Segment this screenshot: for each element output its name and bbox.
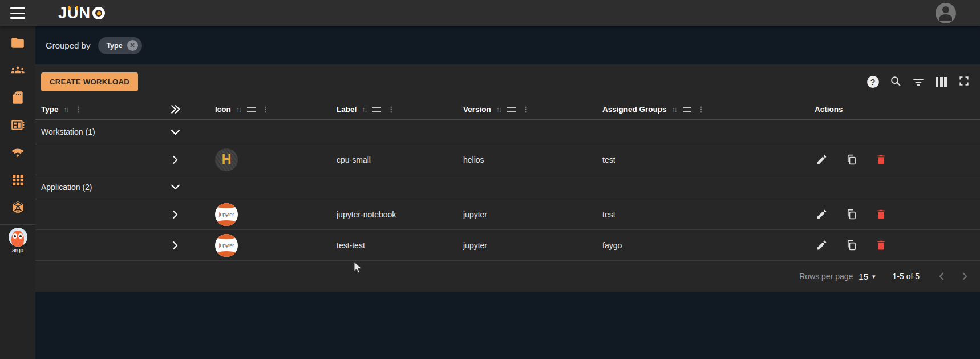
memory-card-icon [10, 118, 25, 135]
workload-version: jupyter [463, 241, 487, 250]
workload-assigned-groups: faygo [602, 241, 622, 250]
column-header-label[interactable]: Label [337, 105, 357, 114]
table-toolbar: CREATE WORKLOAD ? [35, 64, 980, 99]
sidebar-item-network[interactable] [0, 140, 35, 167]
sort-icon[interactable]: ↑↓ [496, 106, 501, 114]
copy-button[interactable] [844, 239, 858, 252]
folder-icon [10, 35, 25, 53]
sort-icon[interactable]: ↑↓ [672, 106, 677, 114]
column-menu-icon[interactable]: ⋮ [387, 105, 395, 114]
logo-letter: U [67, 5, 79, 22]
columns-button[interactable] [934, 75, 948, 89]
workload-label: cpu-small [337, 155, 371, 164]
search-icon [889, 75, 902, 90]
wifi-icon [10, 144, 26, 163]
user-avatar[interactable] [936, 3, 956, 23]
table-row-cpu-small: H cpu-small helios test [35, 144, 980, 175]
sort-icon[interactable]: ↑↓ [362, 106, 366, 114]
sort-icon[interactable]: ↑↓ [64, 106, 68, 114]
column-header-actions: Actions [815, 105, 843, 114]
sidebar-item-resources[interactable] [0, 112, 35, 140]
sidebar: argo [0, 26, 35, 359]
chip-close-icon[interactable]: ✕ [127, 40, 138, 51]
sidebar-item-argo[interactable]: argo [9, 228, 27, 253]
copy-button[interactable] [844, 153, 858, 167]
filter-button[interactable] [912, 75, 925, 89]
sim-card-icon [10, 90, 25, 107]
grouped-by-label: Grouped by [46, 41, 90, 50]
user-groups-icon [10, 62, 26, 80]
columns-icon [936, 77, 947, 87]
rows-per-page-select[interactable]: 15 ▾ [858, 272, 875, 281]
filter-icon [913, 79, 924, 86]
search-button[interactable] [889, 75, 902, 89]
group-name: Workstation (1) [35, 127, 95, 136]
table-header-row: Type ↑↓ ⋮ Icon ↑↓ ⋮ Label ↑↓ ⋮ [35, 99, 980, 120]
group-row-application: Application (2) [35, 175, 980, 199]
collapse-group-icon[interactable] [168, 180, 183, 195]
group-name: Application (2) [35, 183, 92, 192]
drag-handle-icon[interactable] [507, 107, 516, 112]
column-menu-icon[interactable]: ⋮ [75, 105, 82, 114]
column-header-assigned-groups[interactable]: Assigned Groups [602, 105, 667, 114]
column-menu-icon[interactable]: ⋮ [522, 105, 529, 114]
argo-label: argo [12, 247, 23, 253]
group-row-workstation: Workstation (1) [35, 120, 980, 144]
help-button[interactable]: ? [866, 75, 880, 89]
collapse-group-icon[interactable] [168, 124, 183, 139]
package-node-icon [10, 200, 26, 217]
column-header-version[interactable]: Version [463, 105, 491, 114]
table-row-test-test: jupyter test-test jupyter faygo [35, 230, 980, 261]
grouped-by-bar: Grouped by Type ✕ [35, 26, 980, 64]
column-header-icon[interactable]: Icon [215, 105, 231, 114]
help-icon: ? [867, 76, 879, 88]
sidebar-item-apps[interactable] [0, 167, 35, 195]
edit-button[interactable] [815, 208, 828, 221]
sidebar-item-images[interactable] [0, 85, 35, 112]
sidebar-item-groups[interactable] [0, 58, 35, 85]
delete-button[interactable] [874, 239, 888, 252]
logo-letter: J [58, 5, 67, 22]
table-row-jupyter-notebook: jupyter jupyter-notebook jupyter test [35, 199, 980, 230]
expand-row-icon[interactable] [168, 207, 183, 222]
expand-all-button[interactable] [168, 102, 183, 117]
create-workload-button[interactable]: CREATE WORKLOAD [41, 72, 138, 91]
menu-icon[interactable] [10, 7, 25, 19]
top-bar: JUN [0, 0, 980, 26]
fullscreen-button[interactable] [957, 75, 971, 89]
drag-handle-icon[interactable] [372, 107, 381, 112]
jupyter-icon: jupyter [215, 234, 238, 257]
apps-grid-icon [11, 173, 25, 189]
expand-row-icon[interactable] [168, 152, 183, 167]
group-chip-label: Type [106, 42, 122, 50]
juno-logo: JUN [58, 5, 105, 22]
column-header-type[interactable]: Type [41, 105, 59, 114]
column-menu-icon[interactable]: ⋮ [262, 105, 269, 114]
previous-page-button[interactable] [934, 269, 949, 284]
delete-button[interactable] [874, 153, 888, 167]
argo-logo-icon [9, 228, 27, 247]
pagination-range: 1-5 of 5 [893, 272, 920, 281]
workload-version: jupyter [463, 210, 487, 219]
workload-version: helios [463, 155, 484, 164]
edit-button[interactable] [815, 153, 828, 167]
sort-icon[interactable]: ↑↓ [236, 106, 241, 114]
drag-handle-icon[interactable] [683, 107, 691, 112]
delete-button[interactable] [874, 208, 888, 221]
next-page-button[interactable] [957, 269, 972, 284]
drag-handle-icon[interactable] [247, 107, 256, 112]
group-chip-type[interactable]: Type ✕ [98, 37, 141, 54]
main-content: Grouped by Type ✕ CREATE WORKLOAD ? [35, 26, 980, 359]
edit-button[interactable] [815, 239, 828, 252]
expand-row-icon[interactable] [168, 238, 183, 253]
pagination-bar: Rows per page 15 ▾ 1-5 of 5 [35, 261, 980, 292]
sidebar-item-workloads[interactable] [0, 30, 35, 58]
sidebar-item-packages[interactable] [0, 195, 35, 222]
column-menu-icon[interactable]: ⋮ [698, 105, 705, 114]
caret-down-icon: ▾ [872, 273, 876, 280]
logo-letter: N [79, 5, 91, 22]
fullscreen-icon [958, 75, 970, 89]
copy-button[interactable] [844, 208, 858, 221]
workload-label: jupyter-notebook [337, 210, 396, 219]
logo-o-icon [92, 7, 105, 19]
